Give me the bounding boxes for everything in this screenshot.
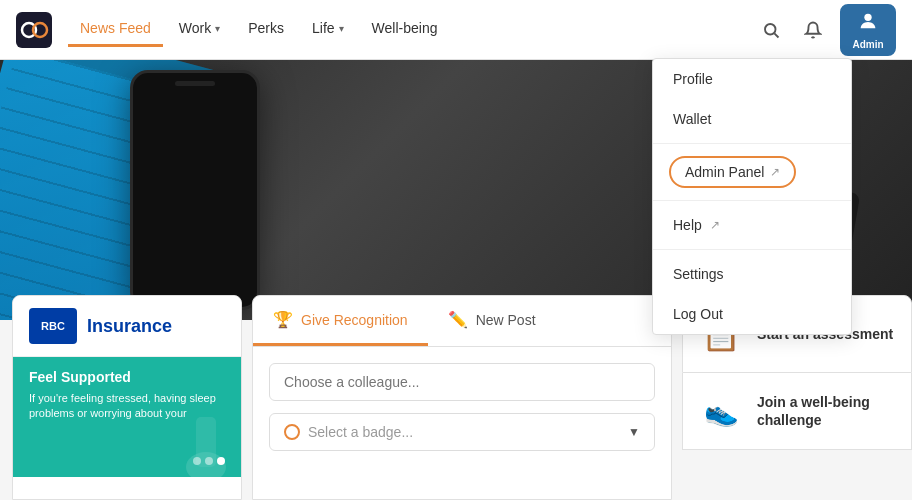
dropdown-logout[interactable]: Log Out [653, 294, 851, 334]
wellbeing-challenge-card[interactable]: 👟 Join a well-being challenge [682, 373, 912, 450]
dropdown-divider-3 [653, 249, 851, 250]
nav-work[interactable]: Work ▾ [167, 12, 232, 47]
navbar-actions: Admin [756, 4, 896, 56]
recognition-tabs: 🏆 Give Recognition ✏️ New Post [253, 296, 671, 347]
badge-radio-icon [284, 424, 300, 440]
nav-life[interactable]: Life ▾ [300, 12, 356, 47]
insurance-card: RBC Insurance Feel Supported If you're f… [12, 295, 242, 500]
notification-button[interactable] [798, 15, 828, 45]
help-external-icon: ↗ [710, 218, 720, 232]
dropdown-wallet[interactable]: Wallet [653, 99, 851, 139]
give-recognition-tab[interactable]: 🏆 Give Recognition [253, 296, 428, 346]
dropdown-admin-panel-wrapper: Admin Panel ↗ [653, 148, 851, 196]
dropdown-settings[interactable]: Settings [653, 254, 851, 294]
external-link-icon: ↗ [770, 165, 780, 179]
nav-perks[interactable]: Perks [236, 12, 296, 47]
insurance-body: Feel Supported If you're feeling stresse… [13, 357, 241, 477]
insurance-title: Insurance [87, 316, 172, 337]
svg-point-3 [765, 24, 776, 35]
colleague-input[interactable] [269, 363, 655, 401]
dropdown-divider-1 [653, 143, 851, 144]
trophy-icon: 🏆 [273, 310, 293, 329]
admin-label: Admin [852, 39, 883, 50]
dropdown-divider-2 [653, 200, 851, 201]
pencil-icon: ✏️ [448, 310, 468, 329]
search-button[interactable] [756, 15, 786, 45]
nav-news-feed[interactable]: News Feed [68, 12, 163, 47]
recognition-body: Select a badge... ▼ [253, 347, 671, 467]
svg-point-5 [864, 13, 871, 20]
new-post-tab[interactable]: ✏️ New Post [428, 296, 556, 346]
recognition-panel: 🏆 Give Recognition ✏️ New Post Select a … [252, 295, 672, 500]
badge-chevron-icon: ▼ [628, 425, 640, 439]
work-chevron-icon: ▾ [215, 23, 220, 34]
badge-placeholder: Select a badge... [308, 424, 413, 440]
user-dropdown-menu: Profile Wallet Admin Panel ↗ Help ↗ Sett… [652, 58, 852, 335]
svg-rect-7 [196, 417, 216, 467]
badge-select[interactable]: Select a badge... ▼ [269, 413, 655, 451]
navbar: News Feed Work ▾ Perks Life ▾ Well-being [0, 0, 912, 60]
dropdown-help[interactable]: Help ↗ [653, 205, 851, 245]
insurance-header: RBC Insurance [13, 296, 241, 357]
wellbeing-title: Join a well-being challenge [757, 393, 895, 429]
dropdown-admin-panel[interactable]: Admin Panel ↗ [669, 156, 796, 188]
admin-avatar-icon [857, 10, 879, 37]
dropdown-profile[interactable]: Profile [653, 59, 851, 99]
app-logo [16, 12, 52, 48]
nav-wellbeing[interactable]: Well-being [360, 12, 450, 47]
life-chevron-icon: ▾ [339, 23, 344, 34]
admin-menu-button[interactable]: Admin [840, 4, 896, 56]
rbc-logo: RBC [29, 308, 77, 344]
svg-line-4 [774, 33, 778, 37]
insurance-body-title: Feel Supported [29, 369, 225, 385]
wellbeing-icon: 👟 [699, 389, 743, 433]
nav-items: News Feed Work ▾ Perks Life ▾ Well-being [68, 12, 756, 47]
